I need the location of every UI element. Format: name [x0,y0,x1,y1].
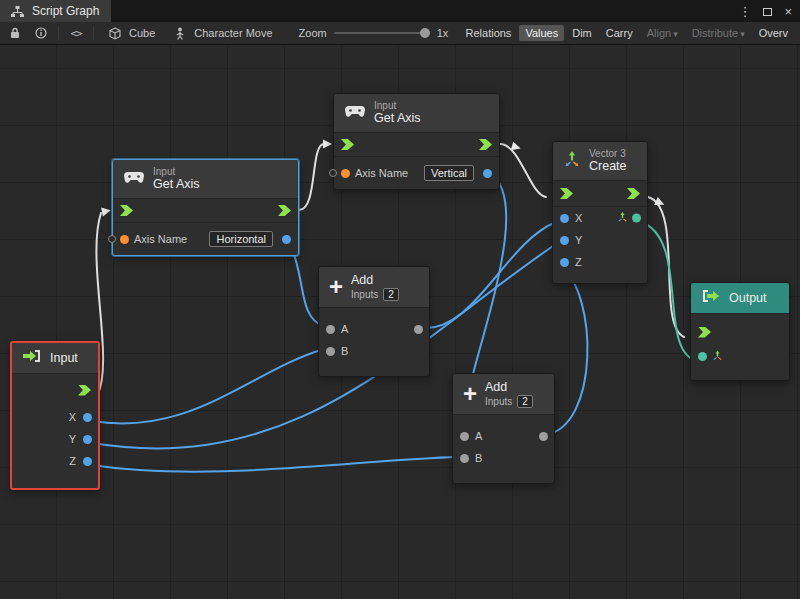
sum-out-port[interactable] [414,325,423,334]
flow-out-port[interactable] [479,139,492,150]
flow-row [334,133,499,157]
zoom-value: 1x [437,27,449,39]
lock-icon[interactable] [6,24,24,42]
toolbar-right-group: Relations Values Dim Carry Align▾ Distri… [460,25,794,41]
x-out-port[interactable] [83,413,92,422]
inputs-count-field[interactable]: 2 [517,395,533,408]
xyz-axes-icon [712,347,723,365]
flow-in-port[interactable] [560,188,573,199]
overview-button[interactable]: Overv [753,25,794,41]
flow-out-port[interactable] [78,385,91,396]
sum-out-port[interactable] [539,432,548,441]
plus-icon: + [329,276,343,298]
zoom-slider[interactable] [334,32,430,34]
flow-out-port[interactable] [627,188,640,199]
breadcrumb-cube[interactable]: Cube [102,24,159,42]
port-label: Axis Name [134,233,187,245]
port-row-b: B [319,340,429,362]
port-label: Z [575,256,582,268]
z-in-port[interactable] [560,258,569,267]
node-get-axis-horizontal[interactable]: Input Get Axis Axis Name Horizontal [112,159,299,256]
input-b-port[interactable] [326,347,335,356]
input-a-port[interactable] [460,432,469,441]
node-category: Input [153,166,200,177]
x-in-port[interactable] [560,214,569,223]
info-icon[interactable] [32,24,50,42]
zoom-slider-handle[interactable] [420,28,430,38]
flow-row [553,181,647,207]
input-a-port[interactable] [326,325,335,334]
tab-label: Script Graph [32,4,99,18]
vector3-in-port[interactable] [698,352,707,361]
vector3-icon [563,150,581,172]
values-button[interactable]: Values [519,25,564,41]
node-input-event[interactable]: Input X Y Z [10,341,100,490]
node-add-1[interactable]: + Add Inputs 2 A B [318,266,430,377]
axis-name-edge-port[interactable] [329,169,337,177]
wire-input-z-to-add2-b[interactable] [92,457,458,472]
port-label: Y [575,234,582,246]
relations-button[interactable]: Relations [460,25,518,41]
align-button[interactable]: Align▾ [641,25,684,41]
flow-in-port[interactable] [120,205,133,216]
axis-name-field[interactable]: Horizontal [209,231,273,247]
script-graph-icon [8,2,26,20]
inputs-count-field[interactable]: 2 [383,288,399,301]
axis-name-edge-port[interactable] [108,235,116,243]
close-icon[interactable]: × [784,5,792,18]
plus-icon: + [463,383,477,405]
wire-vector3-to-output[interactable] [648,197,684,337]
node-body: A B [453,415,554,483]
node-body: X Y Z [553,207,647,283]
node-header: + Add Inputs 2 [453,374,554,415]
carry-button[interactable]: Carry [600,25,639,41]
kebab-menu-icon[interactable]: ⋮ [738,5,751,18]
node-header: Input [12,343,98,374]
node-title: Create [589,159,627,174]
wire-getaxis-horizontal-to-vertical[interactable] [299,144,324,210]
flow-in-port[interactable] [698,327,711,338]
value-out-port[interactable] [483,169,492,178]
wire-input-x-to-add1-b[interactable] [92,349,324,423]
window-controls: ⋮ × [738,0,800,22]
port-row-y: Y [553,229,647,251]
flow-row [113,199,298,223]
flow-in-port[interactable] [341,139,354,150]
string-port-dot[interactable] [341,169,350,178]
flow-arrowhead [654,197,666,209]
input-b-port[interactable] [460,454,469,463]
node-add-2[interactable]: + Add Inputs 2 A B [452,373,555,484]
node-vector3-create[interactable]: Vector 3 Create X [552,141,648,284]
port-row-z: Z [12,450,98,472]
string-port-dot[interactable] [120,235,129,244]
node-header: Input Get Axis [113,160,298,199]
maximize-icon[interactable] [763,5,772,18]
axis-name-field[interactable]: Vertical [424,165,474,181]
value-out-port[interactable] [282,235,291,244]
port-label: Z [69,455,76,467]
flow-out-port[interactable] [278,205,291,216]
port-label: X [69,411,76,423]
port-label: X [575,212,582,224]
node-output-event[interactable]: Output [690,282,790,381]
flow-arrowhead [101,206,112,217]
graph-canvas[interactable]: Input Get Axis Axis Name Vertical [0,45,800,599]
distribute-button[interactable]: Distribute▾ [686,25,751,41]
vector3-out-port[interactable] [632,214,641,223]
tab-script-graph[interactable]: Script Graph [0,0,111,22]
port-row-a: A [453,425,554,447]
y-out-port[interactable] [83,435,92,444]
y-in-port[interactable] [560,236,569,245]
toolbar-separator [58,26,59,40]
dim-button[interactable]: Dim [566,25,598,41]
chevron-down-icon: ▾ [673,29,678,39]
breadcrumb-character-move[interactable]: Character Move [167,24,276,42]
z-out-port[interactable] [83,457,92,466]
port-label: A [341,323,348,335]
flow-row [691,320,789,344]
wire-getaxis-vertical-to-vector3[interactable] [500,144,546,197]
code-view-icon[interactable]: <> [67,24,85,42]
wire-add1-to-vector3-x[interactable] [419,222,556,328]
node-title: Add [351,273,399,288]
node-get-axis-vertical[interactable]: Input Get Axis Axis Name Vertical [333,93,500,190]
